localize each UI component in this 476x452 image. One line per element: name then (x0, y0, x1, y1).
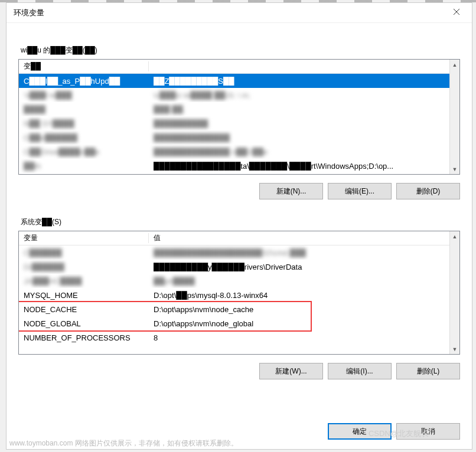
table-row[interactable]: ██th ████████████████ta\███████\████rt\W… (19, 159, 459, 173)
table-row[interactable]: JA███HC████ ██pt\████ (19, 274, 459, 288)
title-bar: 环境变量 (6, 3, 472, 23)
user-edit-button[interactable]: 编辑(E)... (328, 183, 392, 199)
table-row[interactable]: C███l██_as_P██hUpd██ ██Z█████████S██ (19, 74, 459, 88)
close-button[interactable] (445, 4, 468, 20)
table-row[interactable]: ████ ███ ██. (19, 102, 459, 116)
table-row[interactable]: O██Drive████n██e ██████████████ n██D██e (19, 145, 459, 159)
table-row[interactable]: C██████ ████████████████████32\cmd.███ (19, 245, 459, 260)
user-vars-label: wi██u 的███变██(██) (18, 45, 460, 59)
system-vars-section: 系统变██(S) 变量 值 C██████ ██████████████████… (18, 217, 460, 379)
scroll-up-icon[interactable]: ▲ (450, 231, 459, 241)
system-list-header: 变量 值 (19, 231, 459, 245)
table-row[interactable]: Dr██████ ██████████y██████rivers\DriverD… (19, 260, 459, 274)
table-row[interactable]: NODE_GLOBAL D:\opt\apps\nvm\node_global (19, 316, 459, 330)
table-row[interactable]: MYSQL_HOME D:\opt\██ps\mysql-8.0.13-winx… (19, 288, 459, 302)
table-row[interactable]: NUMBER_OF_PROCESSORS 8 (19, 330, 459, 345)
user-list-header: 变██ (19, 60, 459, 74)
dialog-title: 环境变量 (14, 8, 44, 18)
system-edit-button[interactable]: 编辑(I)... (328, 363, 392, 379)
env-vars-dialog: 环境变量 wi██u 的███变██(██) 变██ C███l██_as_P█… (6, 2, 472, 450)
scroll-up-icon[interactable]: ▲ (450, 60, 459, 70)
scroll-down-icon[interactable]: ▼ (450, 164, 459, 174)
system-header-value[interactable]: 值 (149, 233, 459, 243)
system-header-name[interactable]: 变量 (19, 233, 149, 243)
system-delete-button[interactable]: 删除(L) (396, 363, 460, 379)
table-row[interactable]: NODE_CACHE D:\opt\apps\nvm\node_cache (19, 302, 459, 316)
user-vars-section: wi██u 的███变██(██) 变██ C███l██_as_P██hUpd… (18, 45, 460, 199)
system-vars-list[interactable]: 变量 值 C██████ ████████████████████32\cmd.… (18, 231, 460, 355)
table-row[interactable]: O██e██████ ██████████████ (19, 130, 459, 145)
system-new-button[interactable]: 新建(W)... (259, 363, 323, 379)
watermark-left: www.toymoban.com 网络图片仅供展示，非存储，如有侵权请联系删除。 (9, 438, 238, 448)
user-header-name[interactable]: 变██ (19, 61, 149, 71)
system-scrollbar[interactable]: ▲ ▼ (449, 231, 459, 354)
scroll-down-icon[interactable]: ▼ (450, 344, 459, 354)
watermark-right: CSDN@北友舰长 (369, 428, 429, 439)
user-scrollbar[interactable]: ▲ ▼ (449, 60, 459, 174)
user-delete-button[interactable]: 删除(D) (396, 183, 460, 199)
table-row[interactable]: 'n███l le███ \c███s\ te████ ██20. \ in; (19, 88, 459, 102)
system-vars-label: 系统变██(S) (18, 217, 460, 231)
close-icon (453, 8, 460, 15)
table-row[interactable]: N██ SY████ ██████████ (19, 116, 459, 130)
system-button-row: 新建(W)... 编辑(I)... 删除(L) (18, 363, 460, 379)
user-new-button[interactable]: 新建(N)... (259, 183, 323, 199)
user-button-row: 新建(N)... 编辑(E)... 删除(D) (18, 183, 460, 199)
user-vars-list[interactable]: 变██ C███l██_as_P██hUpd██ ██Z█████████S██… (18, 59, 460, 175)
